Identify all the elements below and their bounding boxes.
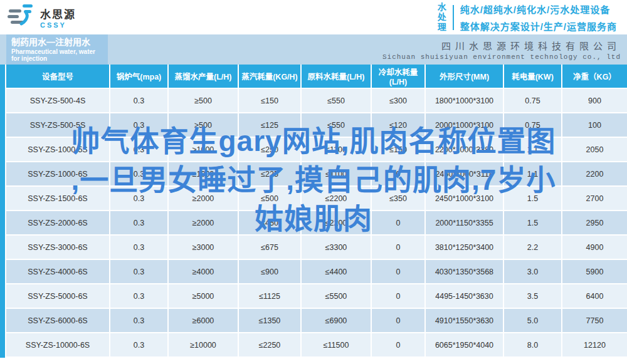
company-name-en: Sichuan shuisiyuan environment technolog… [108, 53, 621, 61]
table-cell: 1.5 [503, 186, 562, 211]
table-cell: ≥500 [168, 88, 238, 113]
table-cell: 0.3 [110, 113, 168, 137]
table-cell: 0.3 [110, 259, 168, 284]
table-cell: SSY-ZS-4000-6S [6, 259, 110, 284]
table-cell: ≤550 [301, 88, 371, 113]
table-cell: SSY-ZS-10000-6S [6, 333, 110, 357]
table-cell: 6065*1950*4040 [425, 333, 503, 357]
column-header: 锅炉气(mpa) [110, 65, 168, 88]
table-row: SSY-ZS-1000-6S0.3≥1000≤225≤110002450*100… [6, 162, 627, 186]
table-cell: SSY-ZS-3000-6S [6, 235, 110, 259]
table-cell: ≤250 [238, 137, 301, 162]
table-cell: 2700 [562, 186, 627, 211]
table-cell: 2.2 [503, 235, 562, 259]
table-cell: 4900 [562, 235, 627, 259]
table-row: SSY-ZS-4000-6S0.3≥4000≤900≤440004030*135… [6, 259, 627, 284]
table-cell: ≤1125 [238, 284, 301, 308]
column-header: 外形尺寸(MM) [425, 65, 503, 88]
table-cell: 0.3 [110, 137, 168, 162]
header-slogan: 水处理 纯水/超纯水/纯化水/污水处理设备 整体解决方案设计/生产/运营服务商 [436, 3, 617, 33]
table-cell: 6400 [562, 284, 627, 308]
table-cell: 2200*1000*3380 [425, 137, 503, 162]
table-row: SSY-ZS-6000-6S0.3≥6000≤1350≤690004910*15… [6, 308, 627, 333]
table-cell: 0.3 [110, 235, 168, 259]
section-band: 制药用水—注射用水 Pharmaceutical water, water fo… [0, 34, 627, 65]
table-row: SSY-ZS-5000-6S0.3≥5000≤1125≤550004495-14… [6, 284, 627, 308]
table-cell: 0.3 [110, 333, 168, 357]
table-cell: ≤150 [238, 88, 301, 113]
spec-table-section: 设备型号锅炉气(mpa)蒸馏水产量(L/H)蒸汽耗量(KG/H)原料水耗量(L/… [0, 65, 627, 358]
company-logo[interactable]: 水思源 CSSY [8, 3, 76, 32]
table-cell: 12120 [562, 333, 627, 357]
table-left-accent-strip [0, 65, 5, 358]
table-cell: ≤350 [371, 186, 425, 211]
spec-table: 设备型号锅炉气(mpa)蒸馏水产量(L/H)蒸汽耗量(KG/H)原料水耗量(L/… [6, 65, 627, 358]
table-cell: 7750 [562, 308, 627, 333]
header-row: 设备型号锅炉气(mpa)蒸馏水产量(L/H)蒸汽耗量(KG/H)原料水耗量(L/… [6, 65, 627, 88]
table-cell: 900 [562, 88, 627, 113]
table-cell: ≤120 [371, 113, 425, 137]
table-cell: ≤2200 [301, 186, 371, 211]
table-cell: 100 [562, 113, 627, 137]
table-cell: 0.3 [110, 211, 168, 235]
table-cell: ≥2000 [168, 186, 238, 211]
table-cell: 0.75 [503, 88, 562, 113]
table-cell: ≥1000 [168, 162, 238, 186]
table-cell: ≥1000 [168, 137, 238, 162]
table-cell: 0 [371, 333, 425, 357]
column-header: 耗电量(KW) [503, 65, 562, 88]
table-cell: 4030*1350*3568 [425, 259, 503, 284]
table-cell: ≤500 [238, 186, 301, 211]
table-cell: ≤6900 [301, 308, 371, 333]
table-cell: SSY-ZS-1000-6S [6, 162, 110, 186]
table-cell: ≤300 [371, 88, 425, 113]
table-cell: ≥5000 [168, 284, 238, 308]
column-header: 蒸馏水产量(L/H) [168, 65, 238, 88]
table-cell: ≤2250 [238, 333, 301, 357]
table-cell: 0 [371, 284, 425, 308]
table-cell: ≤675 [238, 235, 301, 259]
table-cell: ≤5500 [301, 284, 371, 308]
table-row: SSY-ZS-10000-6S0.3≥10000≤2250≤1150006065… [6, 333, 627, 357]
water-flow-logo-icon [8, 3, 35, 32]
table-cell: 5.0 [503, 308, 562, 333]
slogan-vertical-label: 水处理 [436, 3, 446, 33]
column-header: 蒸汽耗量(KG/H) [238, 65, 301, 88]
table-cell: SSY-ZS-1500-6S [6, 186, 110, 211]
table-cell: 0.3 [110, 88, 168, 113]
table-cell: ≤1100 [301, 162, 371, 186]
table-cell: ≤1100 [301, 137, 371, 162]
table-cell: 2000*1000*3100 [425, 113, 503, 137]
column-header: 原料水耗量(L/H) [301, 65, 371, 88]
table-cell: ≤450 [238, 211, 301, 235]
table-cell: ≥4000 [168, 259, 238, 284]
category-title-cn: 制药用水—注射用水 [11, 37, 104, 48]
table-cell: 2450*1000*3100 [425, 186, 503, 211]
table-cell: 3.0 [503, 259, 562, 284]
table-row: SSY-ZS-1500-6S0.3≥2000≤500≤2200≤3502450*… [6, 186, 627, 211]
table-cell: ≥500 [168, 113, 238, 137]
slogan-line-2: 整体解决方案设计/生产/运营服务商 [460, 19, 617, 33]
table-cell: ≥6000 [168, 308, 238, 333]
column-header: 设备型号 [6, 65, 110, 88]
table-cell: 4495-1450*3630 [425, 284, 503, 308]
spec-table-body: SSY-ZS-500-4S0.3≥500≤150≤550≤3001800*100… [6, 88, 627, 357]
table-cell: 1.1 [503, 137, 562, 162]
table-cell: 0 [371, 308, 425, 333]
table-cell: ≤3300 [301, 235, 371, 259]
spec-table-head: 设备型号锅炉气(mpa)蒸馏水产量(L/H)蒸汽耗量(KG/H)原料水耗量(L/… [6, 65, 627, 88]
table-cell: 0 [371, 162, 425, 186]
table-cell: 1.1 [503, 162, 562, 186]
table-cell: 0 [371, 211, 425, 235]
table-row: SSY-ZS-2000-6S0.3≥2000≤450≤220002000*115… [6, 211, 627, 235]
table-cell: ≤125 [238, 113, 301, 137]
table-cell: 1.5 [503, 211, 562, 235]
table-cell: 0.75 [503, 113, 562, 137]
table-row: SSY-ZS-500-4S0.3≥500≤150≤550≤3001800*100… [6, 88, 627, 113]
table-cell: 2950 [562, 211, 627, 235]
logo-name-en: CSSY [40, 21, 76, 29]
table-cell: ≤900 [238, 259, 301, 284]
table-cell: 4910*1550*3630 [425, 308, 503, 333]
table-cell: 2450*1000*3118 [425, 162, 503, 186]
table-cell: ≤11500 [301, 333, 371, 357]
